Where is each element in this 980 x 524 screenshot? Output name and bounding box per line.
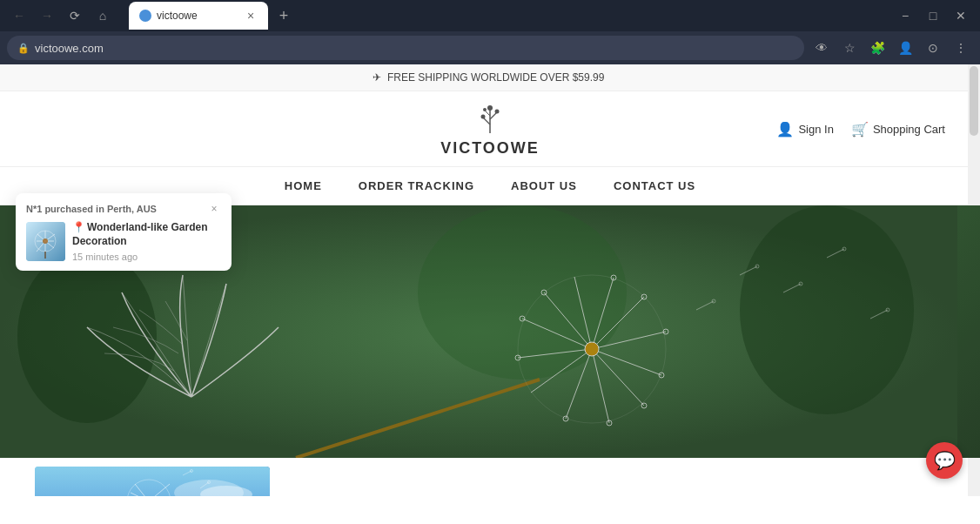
nav-about-us[interactable]: ABOUT US [506,176,582,196]
cart-label: Shopping Cart [873,123,945,136]
window-controls: − □ ✕ [893,3,973,28]
bookmark-icon[interactable]: ☆ [837,36,862,60]
popup-header: N*1 purchased in Perth, AUS × [26,202,221,216]
svg-point-5 [481,115,486,119]
nav-order-tracking[interactable]: ORDER TRACKING [353,176,480,196]
svg-point-6 [495,110,500,114]
close-window-button[interactable]: ✕ [949,3,973,28]
popup-product-image [26,222,65,261]
svg-point-78 [43,238,48,244]
sign-in-icon: 👤 [776,121,794,138]
new-tab-button[interactable]: + [272,3,296,28]
home-button[interactable]: ⌂ [91,3,115,28]
menu-icon[interactable]: ⋮ [949,36,973,60]
popup-pin-icon: 📍 [72,221,85,233]
svg-point-7 [483,108,487,111]
tab-title: victoowe [157,10,238,22]
product-card-1[interactable] [35,467,270,496]
profile-icon[interactable]: ⊙ [921,36,945,60]
product-section [0,458,980,496]
sign-in-button[interactable]: 👤 Sign In [776,121,833,138]
product-card-art [35,467,270,496]
announcement-text: FREE SHIPPING WORLDWIDE OVER $59.99 [387,71,604,84]
cart-icon: 🛒 [851,121,869,138]
sign-in-label: Sign In [798,123,833,136]
website-content: ✈ FREE SHIPPING WORLDWIDE OVER $59.99 VI… [0,64,980,496]
forward-button[interactable]: → [35,3,59,28]
chat-icon: 💬 [934,450,956,471]
svg-line-1 [483,118,490,124]
nav-contact-us[interactable]: CONTACT US [608,176,701,196]
svg-point-9 [17,249,157,423]
svg-point-36 [585,342,599,356]
svg-line-3 [485,111,490,116]
chat-button[interactable]: 💬 [926,442,963,479]
nav-home[interactable]: HOME [279,176,327,196]
accounts-icon[interactable]: 👤 [893,36,917,60]
lock-icon: 🔒 [17,43,30,54]
popup-body: 📍Wonderland-like Garden Decoration 15 mi… [26,221,221,262]
visibility-icon[interactable]: 👁 [809,36,834,60]
browser-chrome: ← → ⟳ ⌂ victoowe × + − □ ✕ 🔒 victoowe.co… [0,0,980,64]
maximize-button[interactable]: □ [921,3,945,28]
minimize-button[interactable]: − [893,3,917,28]
active-tab[interactable]: victoowe × [129,2,268,30]
address-bar[interactable]: 🔒 victoowe.com [7,36,804,60]
logo-plant-icon [476,100,504,138]
browser-addressbar: 🔒 victoowe.com 👁 ☆ 🧩 👤 ⊙ ⋮ [0,31,980,64]
browser-window-controls: ← → ⟳ ⌂ [7,3,115,28]
browser-toolbar-icons: 👁 ☆ 🧩 👤 ⊙ ⋮ [809,36,973,60]
svg-rect-79 [44,252,46,259]
svg-point-4 [487,105,493,111]
tab-bar: victoowe × + [122,2,893,30]
svg-line-2 [490,112,497,119]
site-logo[interactable]: VICTOOWE [440,100,540,158]
back-button[interactable]: ← [7,3,31,28]
popup-details: 📍Wonderland-like Garden Decoration 15 mi… [72,221,221,262]
popup-time: 15 minutes ago [72,252,221,262]
tab-favicon [139,10,151,22]
scrollbar-thumb[interactable] [970,66,978,136]
popup-notification: N*1 purchased in Perth, AUS × [16,193,232,271]
popup-location: N*1 purchased in Perth, AUS [26,204,157,214]
tab-close-button[interactable]: × [244,9,258,23]
reload-button[interactable]: ⟳ [63,3,87,28]
popup-close-button[interactable]: × [207,202,221,216]
site-header: VICTOOWE 👤 Sign In 🛒 Shopping Cart [0,91,980,167]
shipping-icon: ✈ [373,71,381,84]
logo-name: VICTOOWE [440,139,540,158]
header-right: 👤 Sign In 🛒 Shopping Cart [771,121,945,138]
address-text: victoowe.com [35,42,794,55]
announcement-bar: ✈ FREE SHIPPING WORLDWIDE OVER $59.99 [0,64,980,91]
browser-titlebar: ← → ⟳ ⌂ victoowe × + − □ ✕ [0,0,980,31]
shopping-cart-button[interactable]: 🛒 Shopping Cart [851,121,945,138]
extensions-icon[interactable]: 🧩 [865,36,889,60]
popup-product-name: 📍Wonderland-like Garden Decoration [72,221,221,248]
